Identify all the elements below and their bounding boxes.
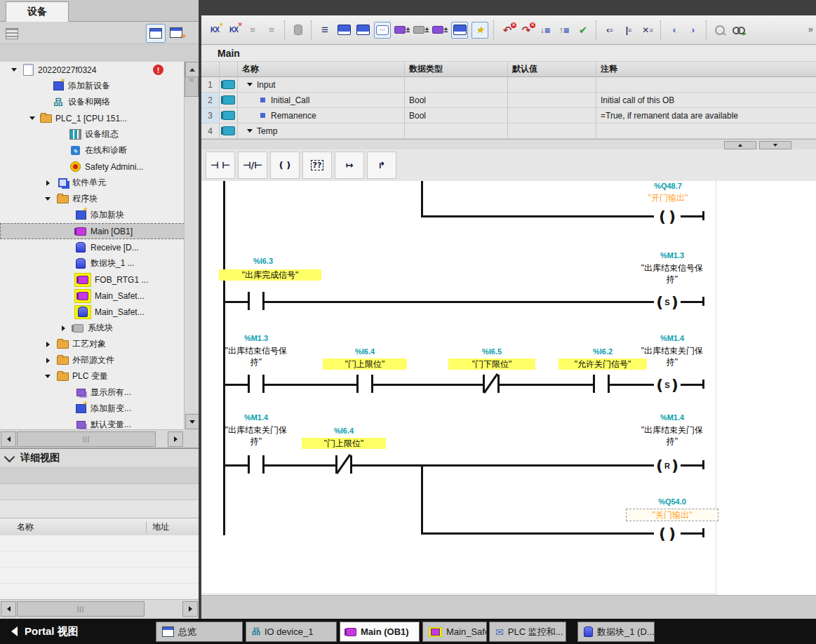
operand-name-selected[interactable]: "关门输出" bbox=[626, 509, 718, 521]
operand-name[interactable]: "出库结束关门保 bbox=[616, 345, 728, 356]
insert-network-icon[interactable]: ≡ bbox=[245, 22, 260, 38]
comments-toggle-icon[interactable]: ··· bbox=[374, 22, 391, 39]
col-default[interactable]: 默认值 bbox=[508, 62, 596, 77]
reset-coil[interactable]: (R) bbox=[654, 457, 681, 474]
no-contact-button[interactable]: ⊣ ⊢ bbox=[206, 152, 235, 179]
no-contact[interactable] bbox=[248, 455, 265, 474]
empty-box-button[interactable]: ?? bbox=[302, 152, 332, 179]
tree-item-plc-tags[interactable]: PLC 变量 bbox=[0, 368, 184, 384]
tree-edit-icon[interactable] bbox=[6, 28, 18, 39]
chevron-down-icon[interactable] bbox=[4, 451, 15, 462]
operand-name[interactable]: "出库结束关门保 bbox=[207, 424, 305, 436]
table-row[interactable]: 3 Remanence Bool =True, if remanent data… bbox=[201, 108, 816, 123]
redo-icon[interactable]: ↷✕ bbox=[519, 22, 534, 38]
insert-empty-network-icon[interactable]: ≡ bbox=[264, 22, 279, 38]
table-row[interactable]: 4 Temp bbox=[201, 123, 816, 139]
operand-name[interactable]: 持" bbox=[207, 436, 305, 447]
operand-name[interactable]: 持" bbox=[616, 274, 728, 285]
no-contact[interactable] bbox=[248, 375, 265, 393]
scroll-left-icon[interactable] bbox=[1, 431, 16, 447]
upload-from-device-icon[interactable]: ↑▦ bbox=[556, 22, 572, 38]
goto-usage-icon[interactable]: ✕≡ bbox=[640, 22, 655, 38]
close-branch-button[interactable]: ↱ bbox=[367, 152, 396, 179]
goto-previous-icon[interactable]: ‹≡ bbox=[602, 22, 617, 38]
details-view-button[interactable] bbox=[146, 24, 166, 43]
tree-item-default-tag-table[interactable]: 默认变量... bbox=[0, 417, 184, 429]
col-datatype[interactable]: 数据类型 bbox=[405, 62, 508, 77]
nc-contact[interactable] bbox=[335, 455, 352, 474]
favorites-icon[interactable]: ★ bbox=[471, 22, 488, 39]
jump-forward-icon[interactable]: › bbox=[685, 22, 701, 38]
tree-item-main-ob1[interactable]: Main [OB1] bbox=[0, 223, 184, 239]
operand-address[interactable]: %M1.3 bbox=[623, 251, 721, 260]
operand-address[interactable]: %M1.3 bbox=[214, 334, 298, 342]
operand-name-highlighted[interactable]: "出库完成信号" bbox=[219, 269, 321, 281]
set-coil[interactable]: (S) bbox=[654, 376, 681, 394]
detail-view-header[interactable]: 详细视图 bbox=[0, 448, 199, 468]
operand-address[interactable]: %M1.4 bbox=[623, 334, 721, 342]
operand-name-highlighted[interactable]: "门上限位" bbox=[302, 438, 386, 449]
tree-item-devices-networks[interactable]: 品 设备和网络 bbox=[0, 94, 184, 110]
tree-item-receive-db[interactable]: Receive [D... bbox=[0, 239, 184, 255]
tree-item-add-tag-table[interactable]: 添加新变... bbox=[0, 401, 184, 417]
scroll-left-icon[interactable] bbox=[1, 601, 16, 617]
toolbar-overflow-icon[interactable]: » bbox=[808, 24, 813, 34]
network-open-icon[interactable] bbox=[336, 22, 352, 38]
tree-item-system-blocks[interactable]: 系统块 bbox=[0, 320, 184, 336]
scrollbar-thumb[interactable]: ||| bbox=[17, 431, 156, 447]
operand-name-highlighted[interactable]: "门上限位" bbox=[323, 358, 407, 370]
group-expander-icon[interactable] bbox=[247, 129, 253, 133]
tree-item-datablock1[interactable]: 数据块_1 ... bbox=[0, 255, 184, 271]
operand-address[interactable]: %Q48.7 bbox=[619, 182, 717, 190]
ladder-network-canvas[interactable]: %Q48.7 "开门输出" ( ) %I6.3 "出库完成信号" %M1.3 "… bbox=[201, 181, 816, 595]
col-name[interactable]: 名称 bbox=[238, 62, 405, 77]
output-coil[interactable]: ( ) bbox=[654, 525, 681, 542]
operand-address[interactable]: %I6.4 bbox=[323, 347, 407, 356]
scroll-right-icon[interactable] bbox=[168, 431, 183, 447]
collapse-down-button[interactable] bbox=[759, 141, 791, 149]
tree-item-add-block[interactable]: 添加新块 bbox=[0, 207, 184, 223]
nc-contact-button[interactable]: ⊣/⊢ bbox=[238, 152, 267, 179]
no-contact[interactable] bbox=[356, 375, 373, 393]
operand-address[interactable]: %M1.4 bbox=[623, 413, 721, 422]
tree-item-show-all-tags[interactable]: 显示所有... bbox=[0, 384, 184, 401]
operand-purple-icon[interactable]: ± bbox=[394, 22, 410, 38]
taskbar-main-safety-button[interactable]: Main_Safety... bbox=[422, 622, 487, 642]
tree-item-external-sources[interactable]: 外部源文件 bbox=[0, 352, 184, 368]
operand-address[interactable]: %I6.4 bbox=[302, 427, 386, 435]
tree-item-safety-admin[interactable]: Safety Admini... bbox=[0, 159, 184, 175]
undo-icon[interactable]: ↶✕ bbox=[500, 22, 515, 38]
table-row[interactable]: 2 Initial_Call Bool Initial call of this… bbox=[201, 93, 816, 108]
tree-item-main-safety-db[interactable]: Main_Safet... bbox=[0, 304, 184, 320]
absolute-operands-icon[interactable]: ≡ bbox=[317, 22, 333, 38]
goto-definition-icon[interactable]: |≡ bbox=[621, 22, 636, 38]
operand-name-highlighted[interactable]: "门下限位" bbox=[448, 358, 535, 370]
no-contact[interactable] bbox=[248, 292, 265, 310]
tree-item-program-blocks[interactable]: 程序块 bbox=[0, 191, 184, 207]
operand-kx-icon[interactable]: ± bbox=[432, 22, 448, 38]
monitoring-icon[interactable]: ▶ bbox=[731, 22, 747, 38]
detail-horizontal-scrollbar[interactable]: ||| bbox=[0, 599, 199, 617]
operand-name[interactable]: "出库结束信号保 bbox=[207, 345, 305, 356]
tree-item-fob-rtg1[interactable]: FOB_RTG1 ... bbox=[0, 271, 184, 288]
tree-item-online-diag[interactable]: ∿ 在线和诊断 bbox=[0, 142, 184, 159]
download-to-device-icon[interactable]: ↓▦ bbox=[537, 22, 553, 38]
tree-item-software-units[interactable]: 软件单元 bbox=[0, 175, 184, 191]
expander-open-icon[interactable] bbox=[44, 373, 52, 381]
expander-open-icon[interactable] bbox=[28, 114, 36, 123]
group-expander-icon[interactable] bbox=[247, 83, 253, 86]
tree-item-main-safety-ob[interactable]: Main_Safet... bbox=[0, 288, 184, 304]
tree-item-plc1[interactable]: PLC_1 [CPU 151... bbox=[0, 110, 184, 126]
operand-name[interactable]: "开门输出" bbox=[619, 192, 717, 203]
tree-horizontal-scrollbar[interactable]: ||| bbox=[0, 429, 184, 448]
collapse-up-button[interactable] bbox=[724, 141, 756, 149]
expander-open-icon[interactable] bbox=[10, 66, 18, 74]
operand-gray-icon[interactable]: ± bbox=[413, 22, 429, 38]
set-coil[interactable]: (S) bbox=[654, 293, 681, 311]
expander-closed-icon[interactable] bbox=[44, 356, 52, 365]
tree-item-add-device[interactable]: 添加新设备 bbox=[0, 78, 184, 94]
delete-compare-icon[interactable]: KX✕ bbox=[226, 22, 241, 38]
taskbar-io-device-button[interactable]: 品 IO device_1 bbox=[246, 622, 337, 642]
operand-address[interactable]: %Q54.0 bbox=[623, 497, 721, 506]
open-branch-button[interactable]: ↦ bbox=[335, 152, 364, 179]
